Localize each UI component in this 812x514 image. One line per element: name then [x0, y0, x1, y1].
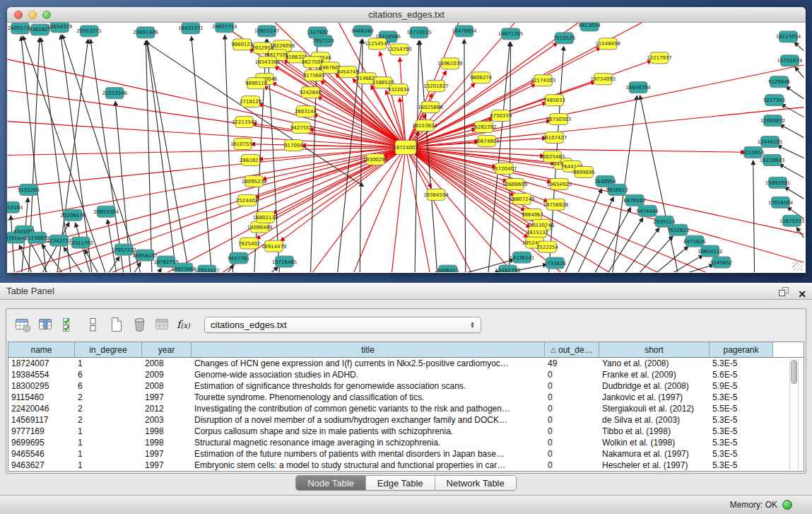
table-cell[interactable]: 9465546	[8, 448, 75, 460]
network-edge[interactable]	[623, 228, 659, 272]
network-node[interactable]	[599, 38, 617, 49]
network-node[interactable]	[478, 136, 496, 147]
column-header-in_degree[interactable]: in_degree	[75, 342, 142, 358]
table-cell[interactable]: Changes of HCN gene expression and I(f) …	[192, 358, 545, 369]
table-cell[interactable]: 0	[545, 414, 599, 426]
network-edge[interactable]	[795, 67, 804, 78]
table-cell[interactable]: 5.3E-5	[710, 414, 773, 426]
table-vertical-scrollbar[interactable]	[789, 358, 799, 470]
network-edge[interactable]	[794, 42, 804, 51]
network-edge[interactable]	[264, 86, 406, 147]
network-edge[interactable]	[269, 267, 278, 272]
network-edge[interactable]	[157, 269, 161, 272]
network-edge[interactable]	[85, 250, 99, 272]
network-node[interactable]	[545, 132, 563, 144]
column-edit-icon[interactable]	[37, 315, 54, 334]
network-edge[interactable]	[310, 148, 406, 273]
table-cell[interactable]: 0	[545, 369, 599, 380]
table-cell[interactable]: 22420046	[8, 403, 75, 414]
table-cell[interactable]: 2012	[142, 403, 192, 414]
network-edge[interactable]	[637, 236, 673, 272]
table-cell[interactable]: 0	[545, 403, 599, 414]
table-cell[interactable]: Tibbo et al. (1998)	[599, 426, 710, 437]
network-node[interactable]	[296, 106, 314, 117]
table-cell[interactable]: Structural magnetic resonance image aver…	[192, 437, 545, 448]
network-node[interactable]	[395, 141, 416, 155]
row-select-icon[interactable]	[60, 315, 78, 334]
table-cell[interactable]: 2009	[142, 369, 192, 380]
network-node[interactable]	[276, 256, 294, 267]
network-edge[interactable]	[779, 164, 804, 177]
zoom-window-button[interactable]	[42, 11, 51, 19]
network-node[interactable]	[242, 154, 260, 165]
network-node[interactable]	[650, 52, 669, 64]
column-header-year[interactable]: year	[142, 342, 192, 358]
table-cell[interactable]: Nakamura et al. (1997)	[599, 448, 710, 460]
network-node[interactable]	[245, 175, 264, 187]
import-table-icon[interactable]	[153, 315, 171, 334]
network-node[interactable]	[534, 75, 552, 86]
table-cell[interactable]: Jankovic et al. (1997)	[599, 392, 710, 403]
float-window-icon[interactable]	[778, 286, 789, 303]
network-edge[interactable]	[252, 123, 406, 147]
network-node[interactable]	[321, 62, 339, 74]
table-cell[interactable]: Franke et al. (2009)	[599, 369, 710, 380]
table-cell[interactable]: 5.3E-5	[710, 426, 773, 437]
network-node[interactable]	[669, 224, 688, 235]
network-edge[interactable]	[163, 148, 406, 273]
network-node[interactable]	[303, 57, 322, 68]
close-window-button[interactable]	[14, 11, 23, 19]
network-edge[interactable]	[782, 105, 804, 117]
network-node[interactable]	[238, 194, 257, 206]
network-node[interactable]	[259, 57, 277, 68]
network-node[interactable]	[779, 31, 798, 42]
network-node[interactable]	[71, 237, 90, 248]
network-edge[interactable]	[192, 37, 212, 272]
network-node[interactable]	[513, 252, 531, 263]
table-cell[interactable]: Tourette syndrome. Phenomenology and cla…	[192, 392, 545, 403]
minimize-window-button[interactable]	[28, 11, 37, 19]
network-node[interactable]	[761, 136, 779, 148]
table-cell[interactable]: 5.3E-5	[710, 448, 773, 460]
network-node[interactable]	[524, 209, 542, 220]
network-node[interactable]	[529, 226, 547, 238]
network-node[interactable]	[136, 27, 155, 38]
network-node[interactable]	[782, 215, 801, 226]
network-node[interactable]	[314, 35, 332, 47]
close-panel-icon[interactable]: ✕	[798, 288, 806, 300]
table-cell[interactable]: 0	[545, 380, 599, 392]
table-cell[interactable]: 2008	[142, 358, 192, 369]
table-cell[interactable]: 1997	[142, 460, 192, 471]
network-node[interactable]	[390, 44, 408, 55]
table-cell[interactable]: 0	[545, 426, 599, 437]
table-cell[interactable]: 5.6E-5	[710, 369, 773, 380]
table-cell[interactable]: 1	[75, 448, 142, 460]
table-cell[interactable]: 18724007	[8, 358, 75, 369]
network-edge[interactable]	[8, 148, 406, 156]
table-cell[interactable]: 14569117	[8, 414, 75, 426]
network-node[interactable]	[546, 199, 565, 210]
table-cell[interactable]: Hescheler et al. (1997)	[599, 460, 710, 471]
network-node[interactable]	[105, 88, 124, 99]
network-edge[interactable]	[64, 247, 83, 272]
network-node[interactable]	[292, 122, 310, 134]
column-header-name[interactable]: name	[8, 342, 75, 358]
network-node[interactable]	[31, 24, 49, 35]
delete-table-icon[interactable]	[130, 315, 148, 334]
table-cell[interactable]: Corpus callosum shape and size in male p…	[192, 426, 545, 437]
table-cell[interactable]: Genome-wide association studies in ADHD.	[192, 369, 545, 380]
network-node[interactable]	[242, 96, 260, 107]
table-cell[interactable]: 5.3E-5	[710, 392, 773, 403]
table-cell[interactable]: Dudbridge et al. (2008)	[599, 380, 710, 392]
network-edge[interactable]	[259, 104, 406, 147]
network-node[interactable]	[301, 87, 319, 98]
network-node[interactable]	[686, 235, 704, 247]
network-node[interactable]	[594, 74, 612, 85]
network-node[interactable]	[549, 114, 567, 125]
table-cell[interactable]: 49	[545, 358, 599, 369]
network-node[interactable]	[389, 84, 408, 95]
network-node[interactable]	[353, 25, 372, 37]
network-edge[interactable]	[11, 216, 14, 272]
network-node[interactable]	[441, 58, 459, 69]
network-edge[interactable]	[510, 42, 511, 272]
